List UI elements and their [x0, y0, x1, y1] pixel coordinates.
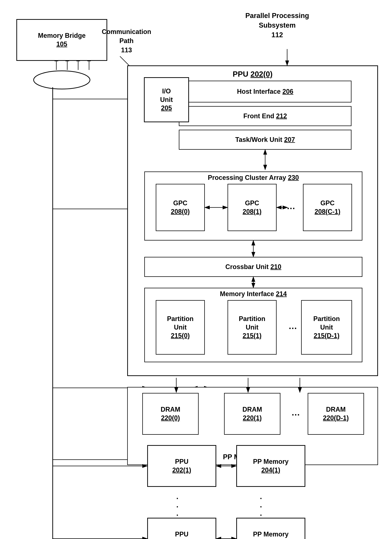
diagram-container: Memory Bridge 105 CommunicationPath 113 …: [0, 0, 392, 539]
partition-unit-1-box: PartitionUnit215(1): [227, 300, 277, 355]
svg-point-34: [34, 71, 90, 89]
dram-d1-box: DRAM220(D-1): [308, 393, 364, 435]
task-work-unit-box: Task/Work Unit 207: [179, 130, 352, 150]
crossbar-unit-label: Crossbar Unit 210: [225, 263, 281, 271]
task-work-unit-label: Task/Work Unit 207: [235, 135, 295, 144]
memory-bridge-label: Memory Bridge: [38, 31, 86, 40]
gpc-1-box: GPC208(1): [227, 184, 277, 231]
pca-label: Processing Cluster Array 230: [145, 174, 362, 182]
pp-memory-u1-label: PP Memory204(U-1): [253, 530, 288, 539]
host-interface-box: Host Interface 206: [179, 81, 352, 102]
dram-0-box: DRAM220(0): [142, 393, 199, 435]
dram-0-label: DRAM220(0): [161, 405, 180, 422]
memory-bridge-box: Memory Bridge 105: [16, 19, 107, 61]
dram-1-label: DRAM220(1): [242, 405, 262, 422]
dram-1-box: DRAM220(1): [224, 393, 281, 435]
gpc-dots: …: [287, 201, 295, 211]
pp-memory-u1-box: PP Memory204(U-1): [236, 518, 305, 539]
mi-label: Memory Interface 214: [145, 290, 362, 298]
front-end-box: Front End 212: [179, 106, 352, 126]
ppu-u1-label: PPU202(U-1): [169, 530, 195, 539]
gpc-0-box: GPC208(0): [156, 184, 205, 231]
io-unit-box: I/OUnit205: [144, 77, 189, 122]
comm-path-label: CommunicationPath 113: [102, 27, 151, 55]
ppu-dots-1: ...: [176, 492, 179, 518]
pu-dots: …: [288, 321, 297, 331]
memory-interface-box: Memory Interface 214 PartitionUnit215(0)…: [144, 288, 362, 362]
ppu-dots-2: ...: [260, 492, 262, 518]
ppu-u1-box: PPU202(U-1): [147, 518, 216, 539]
gpc-0-label: GPC208(0): [171, 199, 190, 216]
gpc-1-label: GPC208(1): [243, 199, 261, 216]
io-unit-label: I/OUnit205: [160, 87, 173, 112]
ppu-1-label: PPU202(1): [172, 457, 191, 475]
host-interface-label: Host Interface 206: [237, 87, 293, 96]
pu-0-label: PartitionUnit215(0): [167, 315, 194, 340]
gpc-c1-box: GPC208(C-1): [303, 184, 352, 231]
pu-1-label: PartitionUnit215(1): [239, 315, 265, 340]
pp-memory-1-box: PP Memory204(1): [236, 445, 305, 487]
ppu-1-box: PPU202(1): [147, 445, 216, 487]
front-end-label: Front End 212: [243, 112, 287, 120]
partition-unit-d1-box: PartitionUnit215(D-1): [301, 300, 352, 355]
dram-dots: …: [291, 408, 300, 418]
partition-unit-0-box: PartitionUnit215(0): [156, 300, 205, 355]
proc-cluster-array-box: Processing Cluster Array 230 GPC208(0) G…: [144, 172, 362, 241]
memory-bridge-num: 105: [56, 40, 67, 48]
dram-d1-label: DRAM220(D-1): [323, 405, 349, 422]
gpc-c1-label: GPC208(C-1): [315, 199, 340, 216]
pp-memory-1-label: PP Memory204(1): [253, 457, 288, 475]
pu-d1-label: PartitionUnit215(D-1): [313, 315, 340, 340]
crossbar-unit-box: Crossbar Unit 210: [144, 257, 362, 277]
pps-label: Parallel ProcessingSubsystem 112: [245, 11, 309, 40]
ellipse-bus: [33, 70, 91, 90]
